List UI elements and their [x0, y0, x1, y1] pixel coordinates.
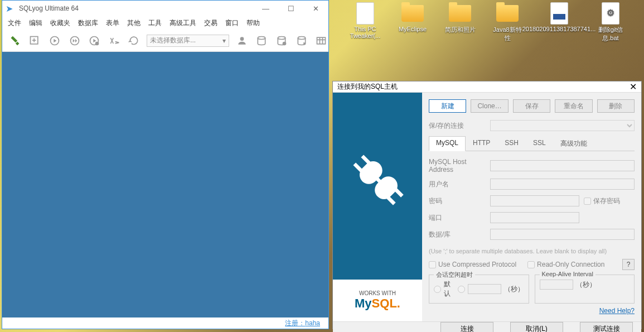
- menu-help[interactable]: 帮助: [246, 18, 260, 28]
- tab-ssh[interactable]: SSH: [497, 136, 526, 151]
- menu-tools[interactable]: 工具: [148, 18, 162, 28]
- user-input[interactable]: [490, 179, 635, 190]
- desktop-icon[interactable]: MyEclipse: [396, 3, 429, 75]
- svg-rect-18: [361, 155, 371, 165]
- execute-all-icon[interactable]: [67, 33, 82, 48]
- connection-tabs: MySQL HTTP SSH SSL 高级功能: [429, 136, 635, 151]
- main-content-area: [2, 52, 328, 317]
- port-label: 端口: [429, 213, 490, 223]
- database-note: (Use ';' to separate multiple databases.…: [429, 248, 635, 254]
- status-bar: 注册：haha: [2, 317, 328, 329]
- svg-rect-12: [317, 37, 326, 44]
- menu-file[interactable]: 文件: [8, 18, 21, 28]
- saved-connections-label: 保/存的连接: [429, 121, 490, 131]
- menu-bar: 文件 编辑 收藏夹 数据库 表单 其他 工具 高级工具 交易 窗口 帮助: [2, 16, 328, 30]
- app-logo-icon: ➤: [6, 3, 16, 13]
- menu-table[interactable]: 表单: [106, 18, 119, 28]
- user-label: 用户名: [429, 180, 490, 189]
- menu-advtools[interactable]: 高级工具: [170, 18, 196, 28]
- need-help-link[interactable]: Need Help?: [599, 307, 635, 315]
- close-button[interactable]: ✕: [303, 1, 328, 16]
- connection-dialog: 连接到我的SQL主机 ✕ WORKS WITH MySQL. 新建 Clone……: [332, 81, 642, 329]
- compressed-checkbox[interactable]: [429, 261, 436, 268]
- maximize-button[interactable]: ☐: [278, 1, 303, 16]
- desktop-icon[interactable]: This PC Tweaker(...: [348, 3, 382, 75]
- db-tool2-icon[interactable]: [274, 33, 289, 48]
- delete-button[interactable]: 删除: [597, 99, 635, 113]
- db-tool1-icon[interactable]: [255, 33, 269, 48]
- titlebar: ➤ SQLyog Ultimate 64 — ☐ ✕: [2, 1, 328, 16]
- menu-database[interactable]: 数据库: [78, 18, 98, 28]
- save-button[interactable]: 保存: [513, 99, 550, 113]
- registration-link[interactable]: 注册：haha: [285, 319, 320, 328]
- dialog-titlebar: 连接到我的SQL主机 ✕: [333, 81, 641, 93]
- dialog-footer: 连接 取消(L) 测试连接: [333, 321, 641, 332]
- svg-point-10: [283, 41, 287, 45]
- plug-icon: [347, 148, 408, 212]
- database-selector[interactable]: 未选择数据库...▾: [147, 35, 229, 47]
- tab-http[interactable]: HTTP: [466, 136, 497, 151]
- new-button[interactable]: 新建: [429, 99, 466, 113]
- execute-commit-icon[interactable]: [87, 33, 101, 48]
- menu-other[interactable]: 其他: [127, 18, 141, 28]
- connect-button[interactable]: 连接: [440, 322, 493, 332]
- window-title: SQLyog Ultimate 64: [19, 4, 253, 12]
- svg-point-9: [278, 36, 285, 39]
- connect-icon[interactable]: [8, 33, 22, 48]
- save-password-checkbox[interactable]: [584, 198, 591, 205]
- password-input[interactable]: [490, 195, 579, 206]
- execute-icon[interactable]: [47, 33, 62, 48]
- svg-point-6: [95, 41, 99, 45]
- format-icon[interactable]: [107, 33, 122, 48]
- dialog-close-button[interactable]: ✕: [630, 81, 637, 92]
- svg-rect-17: [353, 162, 364, 173]
- svg-point-7: [240, 37, 244, 41]
- host-label: MySQL Host Address: [429, 158, 490, 174]
- host-input[interactable]: [490, 160, 635, 171]
- svg-point-11: [298, 36, 305, 39]
- idle-default-radio[interactable]: [434, 286, 441, 293]
- clone-button[interactable]: Clone…: [471, 99, 508, 113]
- svg-point-8: [258, 36, 265, 39]
- tab-ssl[interactable]: SSL: [526, 136, 553, 151]
- tab-advanced[interactable]: 高级功能: [553, 136, 594, 151]
- refresh-icon[interactable]: [127, 33, 142, 48]
- rename-button[interactable]: 重命名: [555, 99, 592, 113]
- port-input[interactable]: [490, 212, 579, 223]
- new-query-icon[interactable]: [28, 33, 42, 48]
- test-connection-button[interactable]: 测试连接: [580, 322, 633, 332]
- database-input[interactable]: [490, 229, 635, 240]
- desktop-icon[interactable]: 简历和照片: [443, 3, 477, 75]
- tab-mysql[interactable]: MySQL: [429, 136, 466, 151]
- desktop-icon[interactable]: Java8新特性: [491, 3, 524, 75]
- menu-transaction[interactable]: 交易: [204, 18, 217, 28]
- idle-timeout-group: 会话空闲超时 默认 （秒）: [429, 275, 529, 304]
- menu-favorites[interactable]: 收藏夹: [50, 18, 70, 28]
- dialog-title: 连接到我的SQL主机: [337, 82, 630, 92]
- dialog-form: 新建 Clone… 保存 重命名 删除 保/存的连接 MySQL HTTP SS…: [422, 93, 641, 321]
- password-label: 密码: [429, 196, 490, 206]
- saved-connections-select[interactable]: [490, 120, 635, 131]
- mysql-logo: WORKS WITH MySQL.: [333, 280, 422, 321]
- keepalive-group: Keep-Alive Interval （秒）: [535, 275, 635, 304]
- idle-seconds-input[interactable]: [468, 284, 501, 294]
- db-tool3-icon[interactable]: [294, 33, 309, 48]
- dialog-sidebar: WORKS WITH MySQL.: [333, 93, 422, 321]
- toolbar: 未选择数据库...▾: [2, 30, 328, 52]
- sqlyog-window: ➤ SQLyog Ultimate 64 — ☐ ✕ 文件 编辑 收藏夹 数据库…: [2, 0, 329, 329]
- desktop-icon[interactable]: 删除git信息.bat: [594, 3, 627, 75]
- desktop-icons: This PC Tweaker(... MyEclipse 简历和照片 Java…: [332, 0, 644, 78]
- keepalive-seconds-input[interactable]: [540, 280, 573, 290]
- idle-custom-radio[interactable]: [458, 286, 465, 293]
- cancel-button[interactable]: 取消(L): [510, 322, 563, 332]
- table-icon[interactable]: [314, 33, 328, 48]
- user-icon[interactable]: [235, 33, 249, 48]
- help-button[interactable]: ?: [622, 259, 635, 270]
- minimize-button[interactable]: —: [253, 1, 278, 16]
- desktop-icon[interactable]: 20180209113817387741...: [538, 3, 580, 75]
- database-label: 数据/库: [429, 230, 490, 239]
- readonly-checkbox[interactable]: [527, 261, 535, 268]
- menu-edit[interactable]: 编辑: [29, 18, 42, 28]
- menu-window[interactable]: 窗口: [225, 18, 239, 28]
